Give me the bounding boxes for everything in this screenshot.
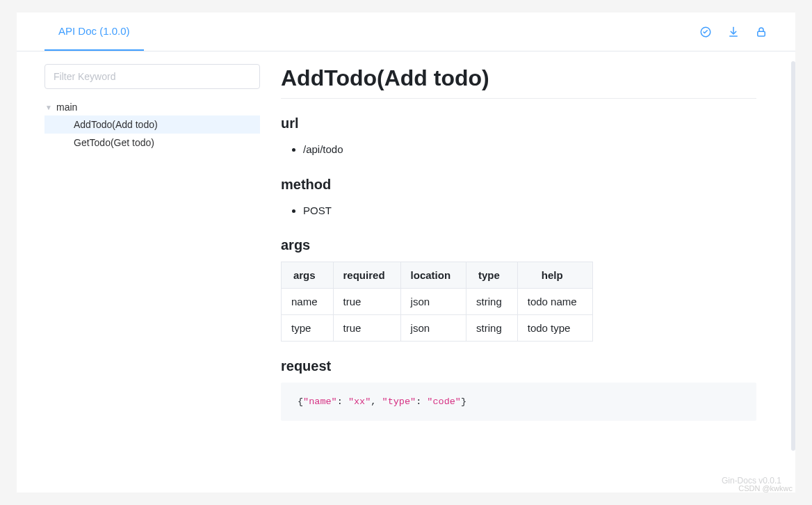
code-token: : <box>337 396 348 407</box>
lock-icon[interactable] <box>755 26 768 38</box>
section-heading-method: method <box>281 177 756 193</box>
chevron-down-icon: ▼ <box>44 104 53 111</box>
code-token: "xx" <box>348 396 371 407</box>
table-row: nametruejsonstringtodo name <box>282 289 593 315</box>
code-token: , <box>371 396 382 407</box>
args-table: argsrequiredlocationtypehelp nametruejso… <box>281 262 593 342</box>
table-cell: json <box>400 289 466 315</box>
tree-group-label-text: main <box>56 102 77 113</box>
sidebar-item-1[interactable]: GetTodo(Get todo) <box>44 134 260 152</box>
tree-group-main: ▼ main AddTodo(Add todo)GetTodo(Get todo… <box>44 99 260 152</box>
title-separator <box>281 98 756 99</box>
code-token: "code" <box>427 396 461 407</box>
table-cell: todo name <box>517 289 592 315</box>
table-cell: type <box>282 315 334 342</box>
table-cell: json <box>400 315 466 342</box>
code-token: } <box>461 396 466 407</box>
args-col-type: type <box>466 262 518 289</box>
table-cell: string <box>466 289 518 315</box>
code-token: "type" <box>382 396 416 407</box>
section-heading-request: request <box>281 358 756 374</box>
watermark: CSDN @kwkwc <box>738 484 793 492</box>
scrollbar[interactable] <box>791 61 795 451</box>
sidebar: ▼ main AddTodo(Add todo)GetTodo(Get todo… <box>17 51 260 490</box>
table-cell: true <box>333 315 400 342</box>
header-bar: API Doc (1.0.0) <box>17 13 795 51</box>
sidebar-item-0[interactable]: AddTodo(Add todo) <box>44 115 260 134</box>
tab-strip: API Doc (1.0.0) <box>44 13 144 51</box>
svg-rect-1 <box>758 31 765 36</box>
refresh-icon[interactable] <box>699 26 712 38</box>
args-col-help: help <box>517 262 592 289</box>
search-input[interactable] <box>44 64 260 89</box>
section-heading-url: url <box>281 115 756 131</box>
request-code-block: {"name": "xx", "type": "code"} <box>281 383 756 421</box>
args-col-args: args <box>282 262 334 289</box>
tab-api-doc[interactable]: API Doc (1.0.0) <box>44 13 144 51</box>
code-token: "name" <box>303 396 337 407</box>
header-actions <box>699 26 768 38</box>
download-icon[interactable] <box>727 26 740 38</box>
args-col-required: required <box>333 262 400 289</box>
api-tree: ▼ main AddTodo(Add todo)GetTodo(Get todo… <box>44 99 260 152</box>
table-cell: string <box>466 315 518 342</box>
page-title: AddTodo(Add todo) <box>281 65 756 91</box>
body-area: ▼ main AddTodo(Add todo)GetTodo(Get todo… <box>17 51 795 490</box>
app-window: API Doc (1.0.0) <box>17 13 795 492</box>
table-cell: name <box>282 289 334 315</box>
code-token: : <box>416 396 427 407</box>
method-value: POST <box>303 201 756 221</box>
args-col-location: location <box>400 262 466 289</box>
tree-group-toggle[interactable]: ▼ main <box>44 99 260 115</box>
code-token: { <box>298 396 303 407</box>
content-pane: AddTodo(Add todo) url /api/todo method P… <box>260 51 795 490</box>
table-cell: true <box>333 289 400 315</box>
table-row: typetruejsonstringtodo type <box>282 315 593 342</box>
url-value: /api/todo <box>303 140 756 160</box>
section-heading-args: args <box>281 237 756 253</box>
table-cell: todo type <box>517 315 592 342</box>
